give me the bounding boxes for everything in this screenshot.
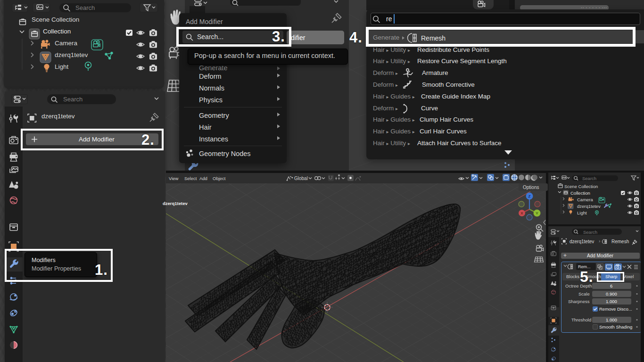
svg-text:X: X (520, 211, 523, 215)
svg-text:Y: Y (536, 211, 538, 215)
svg-text:Z: Z (528, 194, 531, 198)
